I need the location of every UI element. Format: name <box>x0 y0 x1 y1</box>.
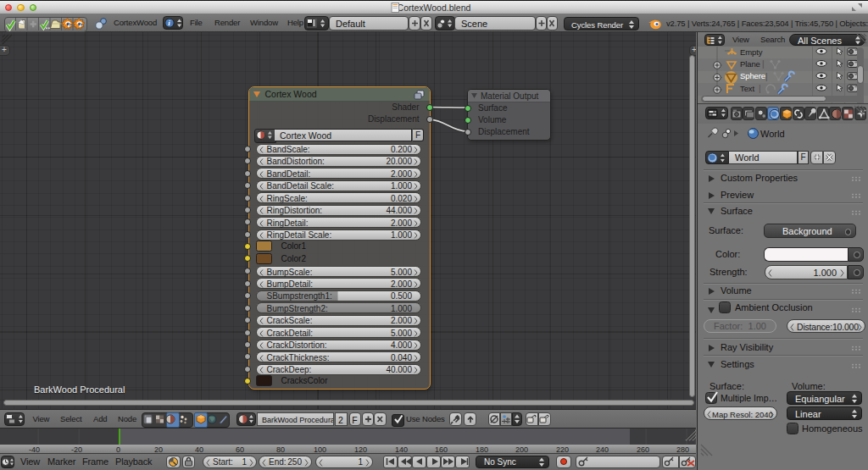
svg-text:2: 2 <box>79 21 82 27</box>
svg-text:2: 2 <box>68 21 71 27</box>
